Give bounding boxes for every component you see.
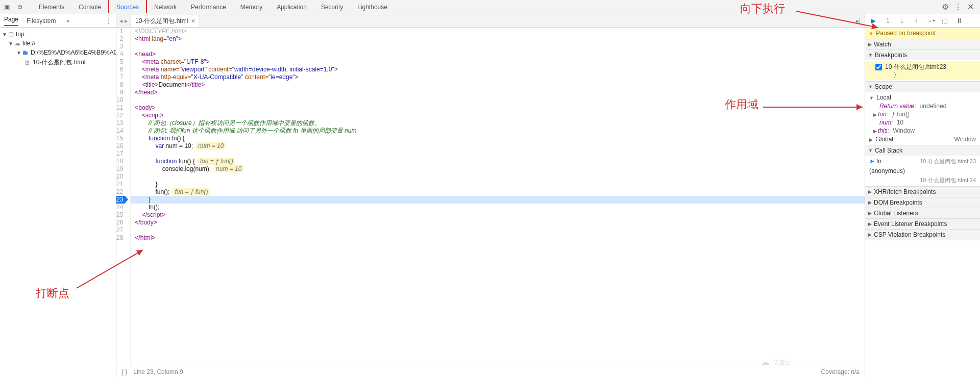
debugger-pane: ▶ ⤵ ↓ ↑ →• ⬚ ⏸ ● Paused on breakpoint ▶W… xyxy=(865,14,980,377)
line-number[interactable]: 10 xyxy=(116,96,125,104)
close-icon[interactable]: ✕ xyxy=(967,2,974,12)
line-number[interactable]: 12 xyxy=(116,112,125,119)
line-number[interactable]: 15 xyxy=(116,135,125,142)
line-gutter[interactable]: 1234567891011121314151617181920212223242… xyxy=(116,28,131,366)
line-number[interactable]: 11 xyxy=(116,104,125,112)
line-number[interactable]: 20 xyxy=(116,173,125,181)
scope-fun[interactable]: ▶fun: ƒ fun() xyxy=(865,110,980,118)
status-bar: { } Line 23, Column 9 Coverage: n/a xyxy=(116,366,865,377)
tab-memory[interactable]: Memory xyxy=(233,0,270,14)
panel-dom[interactable]: ▶DOM Breakpoints xyxy=(865,197,980,208)
tree-folder[interactable]: ▼ 🖿 D:/%E5%AD%A6%E4%B9%A0% xyxy=(0,48,116,57)
panel-watch-header[interactable]: ▶Watch xyxy=(865,39,980,49)
line-number[interactable]: 25 xyxy=(116,211,125,219)
scope-global[interactable]: ▶ GlobalWindow xyxy=(865,135,980,144)
line-number[interactable]: 17 xyxy=(116,150,125,158)
gear-icon[interactable]: ⚙ xyxy=(942,2,949,12)
resume-icon[interactable]: ▶ xyxy=(868,16,878,26)
panel-scope: ▼Scope ▼ Local Return value: undefined ▶… xyxy=(865,82,980,145)
panel-csp[interactable]: ▶CSP Violation Breakpoints xyxy=(865,230,980,240)
navigator-tabs: Page Filesystem » ⋮ xyxy=(0,14,116,28)
line-number[interactable]: 4 xyxy=(116,51,125,58)
callstack-frame[interactable]: ➤fn10-什么是闭包.html:23 xyxy=(865,157,980,166)
scope-num: num: 10 xyxy=(865,118,980,127)
step-over-icon[interactable]: ⤵ xyxy=(883,16,893,26)
bp-checkbox[interactable] xyxy=(875,64,882,70)
folder-icon: 🖿 xyxy=(22,49,29,56)
code-body: <!DOCTYPE html> <html lang="en"> <head> … xyxy=(131,28,865,366)
line-number[interactable]: 21 xyxy=(116,181,125,188)
pause-exceptions-icon[interactable]: ⏸ xyxy=(954,16,964,26)
line-number[interactable]: 14 xyxy=(116,127,125,135)
cloud-icon: ☁ xyxy=(14,40,20,47)
code-l1: <!DOCTYPE html> xyxy=(135,28,186,35)
nav-back-icon[interactable]: ◂ xyxy=(119,17,122,24)
paused-banner: ● Paused on breakpoint xyxy=(865,28,980,39)
editor-tab-active[interactable]: 10-什么是闭包.html ✕ xyxy=(131,15,200,27)
tab-sources[interactable]: Sources xyxy=(108,0,147,13)
tab-elements[interactable]: Elements xyxy=(32,0,71,14)
line-number[interactable]: 6 xyxy=(116,66,125,73)
panel-listeners[interactable]: ▶Global Listeners xyxy=(865,208,980,218)
line-number[interactable]: 24 xyxy=(116,204,125,211)
line-number[interactable]: 7 xyxy=(116,73,125,81)
line-number[interactable]: 28 xyxy=(116,234,125,242)
line-number[interactable]: 8 xyxy=(116,81,125,89)
editor-nav: ◂ ▸ xyxy=(116,17,131,24)
line-number[interactable]: 18 xyxy=(116,158,125,165)
panel-cs-header[interactable]: ▼Call Stack xyxy=(865,145,980,156)
tab-network[interactable]: Network xyxy=(147,0,184,14)
panel-scope-header[interactable]: ▼Scope xyxy=(865,82,980,92)
devtools-toolbar: ▣ ⧉ Elements Console Sources Network Per… xyxy=(0,0,980,14)
scope-this[interactable]: ▶this: Window xyxy=(865,127,980,135)
nav-tab-filesystem[interactable]: Filesystem xyxy=(27,17,56,24)
nav-tab-page[interactable]: Page xyxy=(4,16,18,26)
navigator-pane: Page Filesystem » ⋮ ▼ ▢ top ▼ ☁ file:// … xyxy=(0,14,116,377)
line-number[interactable]: 2 xyxy=(116,35,125,43)
close-tab-icon[interactable]: ✕ xyxy=(191,18,195,24)
line-number[interactable]: 22 xyxy=(116,188,125,196)
caret-down-icon: ▼ xyxy=(8,41,13,46)
tab-application[interactable]: Application xyxy=(270,0,314,14)
line-number[interactable]: 19 xyxy=(116,165,125,173)
code-editor[interactable]: 1234567891011121314151617181920212223242… xyxy=(116,28,865,366)
tree-top[interactable]: ▼ ▢ top xyxy=(0,30,116,39)
line-number[interactable]: 26 xyxy=(116,219,125,227)
line-number[interactable]: 1 xyxy=(116,28,125,35)
nav-more-icon[interactable]: » xyxy=(66,17,69,24)
line-number[interactable]: 3 xyxy=(116,43,125,51)
breakpoint-item[interactable]: 10-什么是闭包.html:23 } xyxy=(865,61,980,80)
step-out-icon[interactable]: ↑ xyxy=(911,16,921,26)
tree-folder-label: D:/%E5%AD%A6%E4%B9%A0% xyxy=(31,49,116,56)
panel-event[interactable]: ▶Event Listener Breakpoints xyxy=(865,219,980,229)
tree-file[interactable]: 🗎 10-什么是闭包.html xyxy=(0,57,116,68)
tab-performance[interactable]: Performance xyxy=(184,0,233,14)
tab-security[interactable]: Security xyxy=(314,0,350,14)
nav-fwd-icon[interactable]: ▸ xyxy=(125,17,128,24)
line-number[interactable]: 13 xyxy=(116,119,125,127)
line-number[interactable]: 9 xyxy=(116,89,125,96)
scope-local[interactable]: ▼ Local xyxy=(865,93,980,102)
tab-lighthouse[interactable]: Lighthouse xyxy=(350,0,395,14)
inspect-icon[interactable]: ▣ xyxy=(0,1,13,14)
nav-kebab-icon[interactable]: ⋮ xyxy=(106,17,116,24)
callstack-frame[interactable]: (anonymous) xyxy=(865,166,980,175)
line-number[interactable]: 23 xyxy=(116,196,125,204)
step-icon[interactable]: →• xyxy=(925,16,936,26)
line-number[interactable]: 5 xyxy=(116,58,125,66)
step-into-icon[interactable]: ↓ xyxy=(897,16,907,26)
tab-console[interactable]: Console xyxy=(71,0,108,14)
pretty-print-icon[interactable]: { } xyxy=(121,368,127,375)
line-number[interactable]: 16 xyxy=(116,142,125,150)
line-number[interactable]: 27 xyxy=(116,227,125,234)
panel-xhr[interactable]: ▶XHR/fetch Breakpoints xyxy=(865,187,980,197)
maximize-icon[interactable]: ▸| xyxy=(856,17,865,24)
panel-watch: ▶Watch xyxy=(865,39,980,50)
deactivate-bp-icon[interactable]: ⬚ xyxy=(940,16,950,26)
panel-bp-header[interactable]: ▼Breakpoints xyxy=(865,50,980,60)
toolbar-right: ⚙ ⋮ ✕ xyxy=(942,2,980,12)
editor-tab-label: 10-什么是闭包.html xyxy=(135,17,188,26)
kebab-icon[interactable]: ⋮ xyxy=(954,2,962,12)
device-icon[interactable]: ⧉ xyxy=(13,1,27,14)
tree-scheme[interactable]: ▼ ☁ file:// xyxy=(0,39,116,48)
